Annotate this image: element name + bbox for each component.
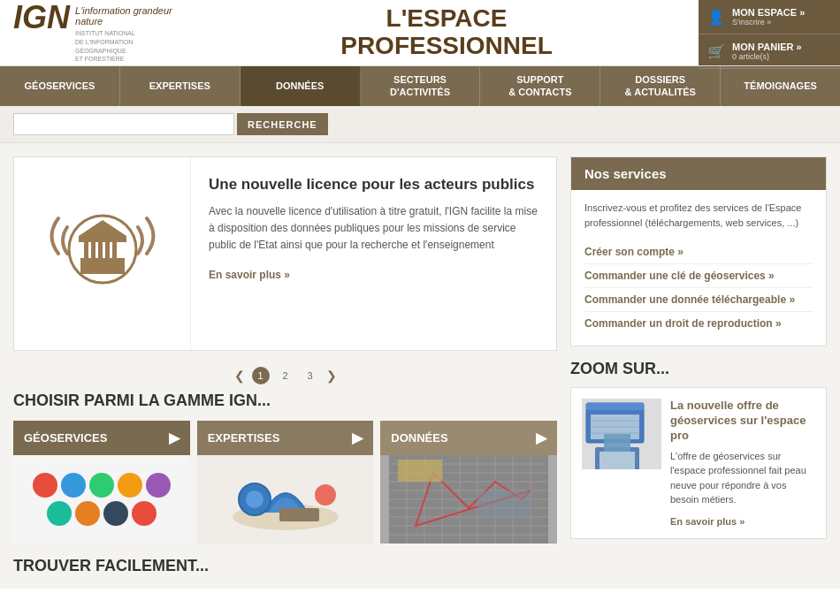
slide-image-area [14, 157, 191, 350]
svg-rect-4 [98, 240, 103, 260]
geoservices-arrow-icon: ▶ [169, 430, 179, 446]
geoservices-image [13, 455, 190, 544]
svg-marker-8 [79, 220, 126, 236]
cart-icon: 🛒 [707, 43, 725, 60]
svg-rect-1 [80, 258, 125, 274]
slide-title: Une nouvelle licence pour les acteurs pu… [209, 175, 538, 194]
user-icon: 👤 [707, 9, 725, 26]
logo-tagline: L'information grandeur nature [75, 5, 181, 27]
logo-subtitle: INSTITUT NATIONAL DE L'INFORMATION GÉOGR… [75, 29, 181, 64]
gamme-card-donnees[interactable]: DONNÉES ▶ [380, 421, 557, 544]
pagination-next[interactable]: ❯ [326, 369, 337, 383]
site-title-area: L'ESPACE PROFESSIONNEL [195, 0, 699, 65]
gamme-card-geoservices[interactable]: GÉOSERVICES ▶ [13, 421, 190, 544]
search-button[interactable]: RECHERCHE [237, 113, 328, 135]
mon-panier-button[interactable]: 🛒 MON PANIER » 0 article(s) [699, 34, 840, 69]
gamme-card-expertises[interactable]: EXPERTISES ▶ [197, 421, 374, 544]
zoom-content-title: La nouvelle offre de géoservices sur l'e… [670, 399, 815, 444]
zoom-content-description: L'offre de géoservices sur l'espace prof… [670, 449, 815, 507]
svg-rect-33 [398, 460, 442, 482]
zoom-sur-title: ZOOM SUR... [570, 360, 827, 378]
header: IGN L'information grandeur nature INSTIT… [0, 0, 840, 66]
search-bar: RECHERCHE [0, 106, 840, 143]
zoom-content-area: La nouvelle offre de géoservices sur l'e… [670, 399, 815, 528]
logo-area: IGN L'information grandeur nature INSTIT… [0, 0, 195, 65]
nav-secteurs[interactable]: SECTEURS D'ACTIVITÉS [361, 66, 481, 106]
svg-point-11 [246, 491, 263, 508]
site-title: L'ESPACE PROFESSIONNEL [340, 5, 553, 60]
svg-rect-3 [91, 240, 95, 260]
svg-rect-2 [84, 240, 88, 260]
main-content: Une nouvelle licence pour les acteurs pu… [0, 143, 840, 589]
zoom-image [582, 399, 661, 469]
svg-rect-12 [279, 508, 319, 521]
nav-expertises[interactable]: EXPERTISES [120, 66, 241, 106]
svg-rect-6 [112, 240, 117, 260]
content-left: Une nouvelle licence pour les acteurs pu… [13, 156, 557, 575]
gamme-cards: GÉOSERVICES ▶ [13, 421, 557, 544]
svg-rect-5 [105, 240, 110, 260]
svg-rect-42 [599, 452, 635, 469]
ign-logo[interactable]: IGN [13, 2, 70, 34]
gamme-title: CHOISIR PARMI LA GAMME IGN... [13, 392, 557, 410]
nav-support[interactable]: SUPPORT & CONTACTS [480, 66, 600, 106]
hero-slide: Une nouvelle licence pour les acteurs pu… [13, 156, 557, 351]
nav-temoignages[interactable]: TÉMOIGNAGES [721, 66, 840, 106]
panier-count: 0 article(s) [732, 52, 802, 61]
svg-rect-36 [586, 403, 644, 410]
pagination-prev[interactable]: ❮ [234, 369, 245, 383]
services-content: Inscrivez-vous et profitez des services … [571, 190, 826, 346]
nav-dossiers[interactable]: DOSSIERS & ACTUALITÉS [600, 66, 721, 106]
pagination-page-1[interactable]: 1 [252, 367, 270, 384]
services-description: Inscrivez-vous et profitez des services … [584, 201, 813, 230]
pagination-page-2[interactable]: 2 [277, 367, 294, 384]
mon-panier-label: MON PANIER » [732, 42, 802, 52]
header-actions: 👤 MON ESPACE » S'inscrire » 🛒 MON PANIER… [699, 0, 840, 65]
nav-geoservices[interactable]: GÉOSERVICES [0, 66, 120, 106]
trouver-title: TROUVER FACILEMENT... [13, 557, 557, 575]
service-link-commander-droit[interactable]: Commander un droit de reproduction [584, 312, 813, 335]
search-input[interactable] [13, 113, 234, 135]
mon-espace-label: MON ESPACE » [732, 7, 805, 18]
expertises-image [197, 455, 374, 544]
slide-readmore-link[interactable]: En savoir plus » [209, 269, 290, 281]
gamme-section: CHOISIR PARMI LA GAMME IGN... GÉOSERVICE… [13, 392, 557, 575]
slide-description: Avec la nouvelle licence d'utilisation à… [209, 203, 538, 255]
mon-espace-button[interactable]: 👤 MON ESPACE » S'inscrire » [699, 0, 840, 34]
service-link-commander-cle[interactable]: Commander une clé de géoservices [584, 264, 813, 288]
slide-pagination: ❮ 1 2 3 ❯ [13, 360, 557, 392]
content-right: Nos services Inscrivez-vous et profitez … [570, 156, 827, 575]
service-link-create-account[interactable]: Créer son compte [584, 240, 813, 264]
donnees-image [380, 455, 557, 544]
svg-rect-43 [604, 434, 630, 452]
nos-services-box: Nos services Inscrivez-vous et profitez … [570, 156, 827, 346]
svg-point-13 [315, 484, 336, 506]
nos-services-title: Nos services [571, 157, 826, 190]
logo-ign-text: IGN [13, 0, 70, 35]
zoom-box: La nouvelle offre de géoservices sur l'e… [570, 387, 827, 539]
service-link-commander-donnee[interactable]: Commander une donnée téléchargeable [584, 288, 813, 312]
pagination-page-3[interactable]: 3 [302, 367, 319, 384]
slide-text-area: Une nouvelle licence pour les acteurs pu… [191, 157, 556, 350]
inscrire-link: S'inscrire » [732, 18, 805, 27]
svg-rect-34 [477, 491, 531, 517]
zoom-readmore-link[interactable]: En savoir plus » [670, 516, 745, 527]
nav-donnees[interactable]: DONNÉES [241, 66, 361, 106]
svg-rect-7 [79, 236, 126, 242]
main-navigation: GÉOSERVICES EXPERTISES DONNÉES SECTEURS … [0, 66, 840, 106]
donnees-arrow-icon: ▶ [536, 430, 546, 446]
expertises-arrow-icon: ▶ [352, 430, 363, 446]
